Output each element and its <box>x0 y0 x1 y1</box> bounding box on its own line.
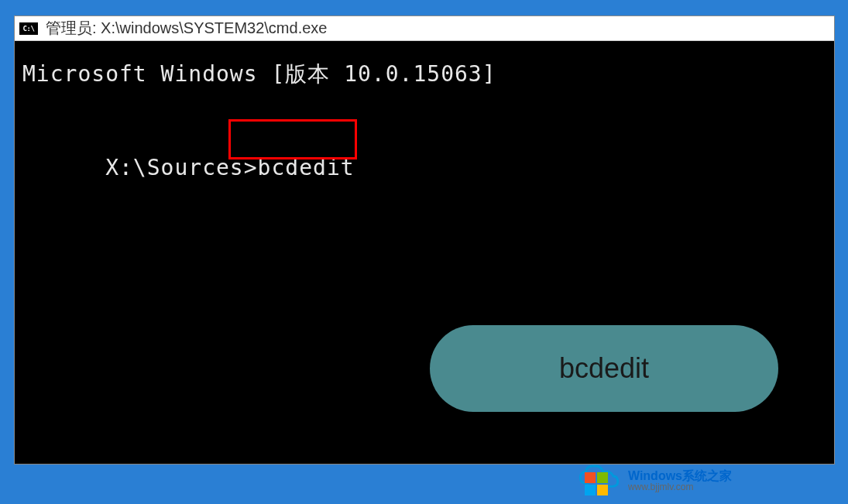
cmd-icon: C:\ <box>19 22 38 35</box>
tile-green <box>597 472 608 483</box>
watermark: Windows系统之家 www.bjjmlv.com <box>575 461 732 500</box>
command-highlight-box <box>228 119 357 159</box>
window-title: 管理员: X:\windows\SYSTEM32\cmd.exe <box>46 18 327 39</box>
watermark-slogan: 系统之家 <box>682 469 732 482</box>
caption-label: bcdedit <box>559 352 649 385</box>
command-text: bcdedit <box>258 155 355 180</box>
watermark-text: Windows系统之家 www.bjjmlv.com <box>628 469 732 493</box>
prompt-text: X:\Sources> <box>105 155 257 180</box>
window-titlebar[interactable]: C:\ 管理员: X:\windows\SYSTEM32\cmd.exe <box>15 16 834 41</box>
caption-pill: bcdedit <box>430 325 778 412</box>
tile-yellow <box>597 485 608 495</box>
windows-logo-icon <box>575 461 622 500</box>
version-line: Microsoft Windows [版本 10.0.15063] <box>22 60 826 88</box>
tile-blue <box>585 485 596 495</box>
terminal-output[interactable]: Microsoft Windows [版本 10.0.15063] X:\Sou… <box>15 41 834 251</box>
watermark-url: www.bjjmlv.com <box>628 482 693 492</box>
watermark-brand: Windows <box>628 469 682 482</box>
tile-red <box>585 472 596 483</box>
prompt-line: X:\Sources>bcdedit <box>22 125 826 238</box>
